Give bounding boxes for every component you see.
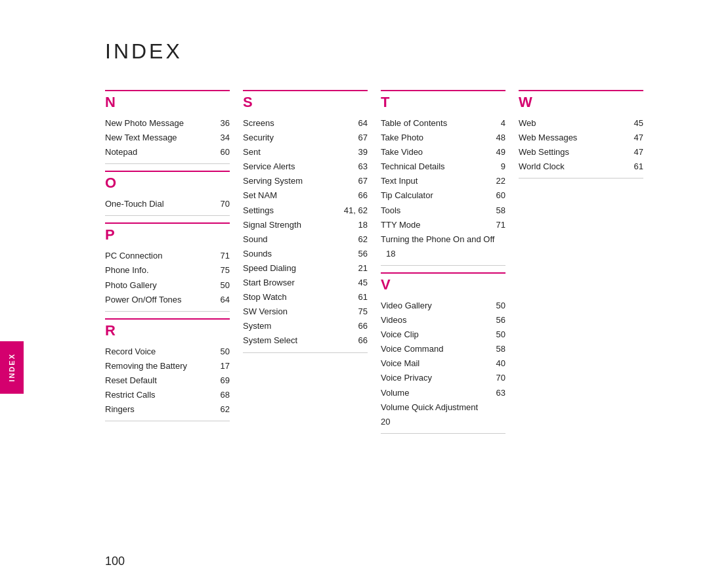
entry-page: 36 (210, 116, 230, 131)
section-r: RRecord Voice50Removing the Battery17Res… (105, 318, 230, 421)
entry-page: 71 (486, 218, 505, 232)
entry-name: Serving System (243, 174, 348, 188)
index-entry: New Photo Message36 (105, 116, 230, 131)
entry-page: 62 (348, 232, 368, 247)
entry-page: 21 (348, 261, 368, 276)
entry-name: Web Settings (519, 145, 624, 159)
index-entry: System Select66 (243, 333, 368, 348)
sidebar-tab: INDEX (0, 341, 24, 394)
section-v: VVideo Gallery50Videos56Voice Clip50Voic… (381, 272, 505, 434)
entry-page: 48 (486, 131, 505, 145)
entry-page: 67 (348, 131, 368, 145)
index-entry: Service Alerts63 (243, 159, 368, 174)
sidebar-label: INDEX (8, 353, 16, 382)
index-entry: Sent39 (243, 145, 368, 159)
entry-name: Signal Strength (243, 218, 348, 232)
entry-page: 20 (381, 415, 505, 429)
entry-name: Settings (243, 203, 344, 218)
entry-name: Turning the Phone On and Off (381, 234, 494, 244)
section-header-o: O (105, 171, 230, 192)
entry-name: Voice Command (381, 342, 486, 356)
entry-page: 4 (486, 116, 505, 131)
index-entry: System66 (243, 319, 368, 333)
index-entry: Security67 (243, 131, 368, 145)
entry-name: Sent (243, 145, 348, 159)
entry-page: 66 (348, 333, 368, 348)
index-entry: Serving System67 (243, 174, 368, 188)
index-entry: Signal Strength18 (243, 218, 368, 232)
index-entry: Tip Calculator60 (381, 188, 505, 203)
index-entry: Screens64 (243, 116, 368, 131)
index-entry: Voice Clip50 (381, 327, 505, 342)
entry-page: 63 (486, 386, 505, 400)
index-entry: TTY Mode71 (381, 218, 505, 232)
index-entry: Ringers62 (105, 402, 230, 417)
index-entry: Take Photo48 (381, 131, 505, 145)
entry-name: Stop Watch (243, 290, 348, 304)
entry-name: Voice Mail (381, 356, 486, 371)
entry-name: Web (519, 116, 624, 131)
entry-page: 45 (624, 116, 643, 131)
entry-page: 47 (624, 145, 643, 159)
entry-page: 66 (348, 188, 368, 203)
index-column-col2: SScreens64Security67Sent39Service Alerts… (243, 90, 381, 440)
entry-name: Photo Gallery (105, 278, 210, 293)
entry-page: 63 (348, 159, 368, 174)
section-w: WWeb45Web Messages47Web Settings47World … (519, 90, 643, 178)
section-header-t: T (381, 90, 505, 111)
index-entry: Technical Details9 (381, 159, 505, 174)
entry-name: Take Photo (381, 131, 486, 145)
entry-name: Ringers (105, 402, 210, 417)
index-column-col4: WWeb45Web Messages47Web Settings47World … (519, 90, 656, 440)
index-entry: Speed Dialing21 (243, 261, 368, 276)
index-entry: Set NAM66 (243, 188, 368, 203)
index-entry: Phone Info.75 (105, 263, 230, 278)
index-entry: Record Voice50 (105, 345, 230, 359)
section-header-v: V (381, 272, 505, 293)
index-entry: Video Gallery50 (381, 299, 505, 313)
index-entry: Reset Default69 (105, 373, 230, 388)
entry-name: New Text Message (105, 131, 210, 145)
index-entry: Table of Contents4 (381, 116, 505, 131)
entry-page: 75 (348, 304, 368, 319)
index-entry: Voice Privacy70 (381, 371, 505, 385)
index-entry: PC Connection71 (105, 249, 230, 263)
entry-page: 50 (486, 299, 505, 313)
entry-page: 60 (210, 145, 230, 159)
page-title: INDEX (105, 39, 656, 64)
entry-page: 66 (348, 319, 368, 333)
section-o: OOne-Touch Dial70 (105, 171, 230, 216)
entry-name: World Clock (519, 159, 624, 174)
index-entry: Web Messages47 (519, 131, 643, 145)
entry-page: 61 (624, 159, 643, 174)
entry-name: Sound (243, 232, 348, 247)
entry-page: 18 (386, 249, 395, 259)
entry-page: 49 (486, 145, 505, 159)
entry-name: System (243, 319, 348, 333)
entry-name: Technical Details (381, 159, 486, 174)
entry-page: 41, 62 (344, 203, 368, 218)
section-header-p: P (105, 222, 230, 243)
entry-name: Set NAM (243, 188, 348, 203)
entry-page: 64 (210, 293, 230, 307)
section-p: PPC Connection71Phone Info.75Photo Galle… (105, 222, 230, 311)
entry-page: 22 (486, 174, 505, 188)
entry-name: Phone Info. (105, 263, 210, 278)
index-entry: One-Touch Dial70 (105, 197, 230, 211)
entry-name: Start Browser (243, 276, 348, 290)
entry-page: 39 (348, 145, 368, 159)
entry-page: 62 (210, 402, 230, 417)
entry-name: Screens (243, 116, 348, 131)
index-column-col1: NNew Photo Message36New Text Message34No… (105, 90, 243, 440)
entry-name: SW Version (243, 304, 348, 319)
entry-page: 50 (210, 345, 230, 359)
section-header-s: S (243, 90, 368, 111)
entry-name: Security (243, 131, 348, 145)
entry-name: Video Gallery (381, 299, 486, 313)
index-entry: Start Browser45 (243, 276, 368, 290)
index-entry: Settings41, 62 (243, 203, 368, 218)
index-entry: Removing the Battery17 (105, 359, 230, 373)
index-entry: Take Video49 (381, 145, 505, 159)
index-entry: Text Input22 (381, 174, 505, 188)
entry-page: 50 (210, 278, 230, 293)
